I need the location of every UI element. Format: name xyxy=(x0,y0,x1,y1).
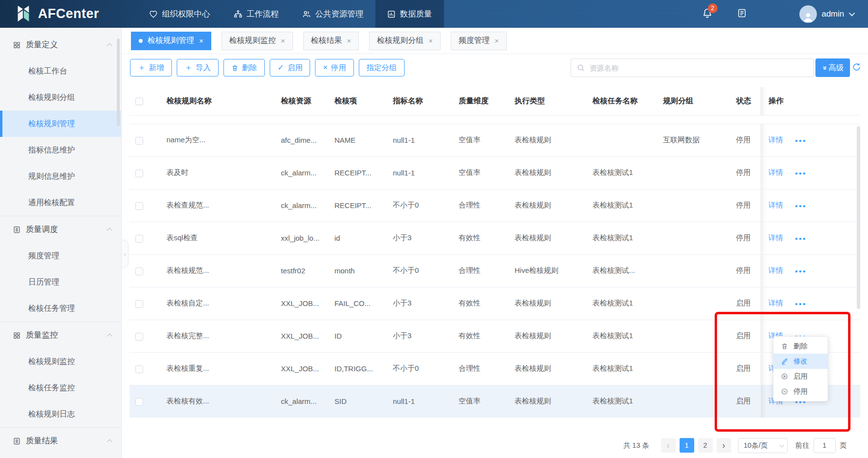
row-checkbox[interactable] xyxy=(135,202,143,210)
row-checkbox[interactable] xyxy=(135,333,143,341)
sidebar-item-check-rule-log[interactable]: 检核规则日志 xyxy=(0,401,121,427)
afcenter-logo[interactable]: AFCenter xyxy=(14,4,99,24)
delete-button[interactable]: 删除 xyxy=(223,59,265,76)
avatar[interactable] xyxy=(799,5,817,23)
table-row[interactable]: 表检核自定... XXL_JOB... FAIL_CO... 小于3 有效性 表… xyxy=(129,287,860,320)
menu-item-edit[interactable]: 修改 xyxy=(774,354,828,369)
cell-rule-name: 表sql检查 xyxy=(161,222,275,254)
page-size-select[interactable]: 10条/页 xyxy=(738,438,788,453)
notifications-button[interactable]: 2 xyxy=(702,8,713,20)
more-actions-icon[interactable]: ●●● xyxy=(795,236,807,241)
more-actions-icon[interactable]: ●●● xyxy=(795,301,807,306)
sidebar-section-quality-results[interactable]: 质量结果 xyxy=(0,428,121,454)
more-actions-icon[interactable]: ●●● xyxy=(795,268,807,274)
table-row[interactable]: 表检查规范... ck_alarm... RECEIPT... 不小于0 合理性… xyxy=(129,189,860,222)
more-actions-icon[interactable]: ●●● xyxy=(795,203,807,209)
detail-link[interactable]: 详情 xyxy=(769,201,783,209)
table-row[interactable]: 表检核规范... testfr02 month 不小于0 合理性 Hive检核规… xyxy=(129,254,860,287)
nav-item-org-permission[interactable]: 组织权限中心 xyxy=(137,0,222,28)
detail-link[interactable]: 详情 xyxy=(769,299,783,307)
cell-exec-type: 表检核规则 xyxy=(509,320,587,352)
detail-link[interactable]: 详情 xyxy=(769,135,783,144)
chevron-up-icon[interactable] xyxy=(107,228,112,233)
tab-frequency-management[interactable]: 频度管理 × xyxy=(451,32,507,50)
chevron-up-icon[interactable] xyxy=(107,43,112,48)
tab-check-rule-monitoring[interactable]: 检核规则监控 × xyxy=(222,32,293,50)
page-button-1[interactable]: 1 xyxy=(680,438,694,453)
username[interactable]: admin xyxy=(822,9,844,19)
close-icon[interactable]: × xyxy=(281,37,285,44)
disable-button[interactable]: × 停用 xyxy=(315,59,353,76)
row-checkbox[interactable] xyxy=(135,137,143,145)
close-icon[interactable]: × xyxy=(428,37,433,44)
sidebar-item-check-task-management[interactable]: 检核任务管理 xyxy=(0,295,121,322)
sidebar-item-frequency-management[interactable]: 频度管理 xyxy=(0,243,121,269)
table-row[interactable]: 表检核有效... ck_alarm... SID null1-1 空值率 表检核… xyxy=(129,385,860,418)
chevron-down-icon[interactable] xyxy=(849,10,855,17)
sidebar-item-check-workbench[interactable]: 检核工作台 xyxy=(0,58,121,84)
import-button[interactable]: ＋ 导入 xyxy=(177,59,219,76)
enable-button[interactable]: ✓ 启用 xyxy=(270,59,310,76)
sidebar-item-metric-info[interactable]: 指标信息维护 xyxy=(0,137,121,163)
column-header-check-item: 检核项 xyxy=(329,87,387,115)
sidebar-item-check-rule-group[interactable]: 检核规则分组 xyxy=(0,84,121,111)
sidebar-section-quality-scheduling[interactable]: 质量调度 xyxy=(0,216,121,243)
detail-link[interactable]: 详情 xyxy=(769,266,783,274)
sidebar-section-quality-definition[interactable]: 质量定义 xyxy=(0,32,121,58)
advanced-search-button[interactable]: « 高级 xyxy=(815,58,850,77)
select-all-checkbox[interactable] xyxy=(135,97,143,105)
sidebar-item-general-check-config[interactable]: 通用检核配置 xyxy=(0,190,121,216)
row-checkbox[interactable] xyxy=(135,365,143,373)
prev-page-button[interactable]: ‹ xyxy=(661,438,676,453)
menu-item-enable[interactable]: 启用 xyxy=(774,369,828,384)
table-row[interactable]: name为空... afc_dime... NAME null1-1 空值率 表… xyxy=(129,124,860,156)
grid-icon xyxy=(13,41,21,49)
sidebar-collapse-handle[interactable]: ‹ xyxy=(122,240,129,268)
sidebar-scrollbar[interactable] xyxy=(117,38,120,126)
sidebar-item-check-rule-management[interactable]: 检核规则管理 xyxy=(0,111,121,137)
sidebar-item-check-task-monitoring[interactable]: 检核任务监控 xyxy=(0,375,121,401)
document-icon xyxy=(13,437,21,445)
more-actions-icon[interactable]: ●●● xyxy=(795,138,807,143)
chevron-up-icon[interactable] xyxy=(107,333,112,339)
tab-check-rule-management[interactable]: 检核规则管理 × xyxy=(131,32,211,50)
document-list-button[interactable] xyxy=(737,8,747,20)
row-checkbox[interactable] xyxy=(135,170,143,177)
page-button-2[interactable]: 2 xyxy=(698,438,713,453)
sidebar-item-label: 检核任务监控 xyxy=(28,383,75,393)
goto-page-input[interactable] xyxy=(813,438,836,453)
sidebar-item-calendar-management[interactable]: 日历管理 xyxy=(0,269,121,295)
next-page-button[interactable]: › xyxy=(717,438,731,453)
assign-group-button[interactable]: 指定分组 xyxy=(359,59,405,76)
close-icon[interactable]: × xyxy=(199,37,203,44)
nav-item-public-resources[interactable]: 公共资源管理 xyxy=(291,0,375,28)
refresh-icon xyxy=(852,62,861,72)
vertical-scrollbar[interactable] xyxy=(857,126,860,309)
detail-link[interactable]: 详情 xyxy=(769,168,783,176)
refresh-button[interactable] xyxy=(852,62,861,74)
row-checkbox[interactable] xyxy=(135,300,143,308)
tab-check-rule-group[interactable]: 检核规则分组 × xyxy=(369,32,441,50)
add-button[interactable]: ＋ 新增 xyxy=(130,59,172,76)
sidebar-item-rule-info[interactable]: 规则信息维护 xyxy=(0,163,121,190)
menu-item-delete[interactable]: 删除 xyxy=(774,339,828,354)
tab-check-results[interactable]: 检核结果 × xyxy=(303,32,359,50)
close-icon[interactable]: × xyxy=(495,37,499,44)
detail-link[interactable]: 详情 xyxy=(769,233,783,242)
row-checkbox[interactable] xyxy=(135,267,143,275)
menu-item-disable[interactable]: 停用 xyxy=(774,384,828,399)
table-row[interactable]: 表sql检查 xxl_job_lo... id 小于3 有效性 表检核规则 表检… xyxy=(129,222,860,254)
nav-item-data-quality[interactable]: 数据质量 xyxy=(375,0,444,28)
sidebar-section-quality-monitoring[interactable]: 质量监控 xyxy=(0,322,121,348)
chevron-up-icon[interactable] xyxy=(107,439,112,444)
more-actions-icon[interactable]: ●●● xyxy=(795,171,807,176)
table-row[interactable]: 表及时 ck_alarm... RECEIPT... null1-1 空值率 表… xyxy=(129,156,860,189)
sidebar-item-check-rule-monitoring[interactable]: 检核规则监控 xyxy=(0,348,121,375)
row-checkbox[interactable] xyxy=(135,235,143,243)
close-icon[interactable]: × xyxy=(347,37,351,44)
table-row[interactable]: 表检核重复... XXL_JOB... ID,TRIGG... 不小于0 合理性… xyxy=(129,352,860,385)
search-input[interactable] xyxy=(571,58,814,77)
nav-item-workflow[interactable]: 工作流程 xyxy=(222,0,291,28)
row-checkbox[interactable] xyxy=(135,398,143,406)
table-row[interactable]: 表检核完整... XXL_JOB... ID 小于3 有效性 表检核规则 表检核… xyxy=(129,320,860,352)
